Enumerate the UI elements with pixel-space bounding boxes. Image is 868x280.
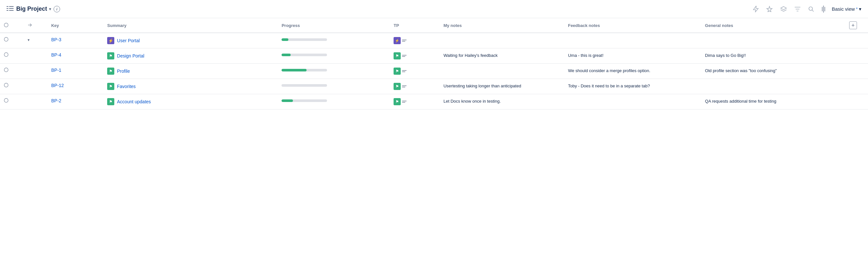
general-text: Dima says to Go Big!! [705,53,746,58]
row-checkbox-icon[interactable] [4,83,8,87]
row-checkbox-icon[interactable] [4,98,8,103]
tp-lines-icon [402,101,407,103]
star-icon-button[interactable] [765,4,774,13]
mynotes-text: Let Docs know once in testing. [443,99,501,104]
row-key-cell: BP-3 [48,33,103,49]
row-key-cell: BP-1 [48,64,103,79]
tp-lines-icon [402,40,407,41]
summary-content: ⚑ Account updates [107,98,274,105]
col-checkbox-header [0,18,24,33]
row-general-cell[interactable] [701,79,838,94]
search-icon-button[interactable] [807,5,815,13]
issue-key-link[interactable]: BP-4 [51,52,61,58]
row-arrow-cell [24,94,48,110]
col-key-header[interactable]: Key [48,18,103,33]
add-column-button[interactable]: + [849,22,857,29]
issue-summary-link[interactable]: User Portal [117,38,140,43]
row-feedback-cell[interactable]: Toby - Does it need to be in a separate … [564,79,701,94]
row-general-cell[interactable]: Old profile section was "too confusing" [701,64,838,79]
row-mynotes-cell[interactable]: Let Docs know once in testing. [440,94,564,110]
row-feedback-cell[interactable]: We should consider a merge profiles opti… [564,64,701,79]
general-text: QA requests additional time for testing [705,99,776,104]
table-row: BP-1 ⚑ Profile ⚑ We should consider a me… [0,64,868,79]
issue-key-link[interactable]: BP-3 [51,37,61,42]
tp-content: ⚑ [394,98,435,105]
tp-lines-icon [402,70,407,72]
issue-key-link[interactable]: BP-2 [51,98,61,103]
tp-type-icon: ⚑ [394,68,401,75]
progress-bar-fill [282,54,291,56]
row-summary-cell: ⚑ Profile [103,64,278,79]
bolt-icon-button[interactable] [751,4,760,13]
tp-type-icon: ⚑ [394,98,401,105]
row-feedback-cell[interactable] [564,94,701,110]
row-arrow-cell [24,79,48,94]
row-key-cell: BP-2 [48,94,103,110]
tp-type-icon: ⚑ [394,83,401,90]
row-extra-cell [838,79,868,94]
row-checkbox-icon[interactable] [4,37,8,41]
general-text: Old profile section was "too confusing" [705,68,777,73]
row-tp-cell: ⚑ [390,79,439,94]
col-add-header[interactable]: + [838,18,868,33]
col-tp-header[interactable]: TP [390,18,439,33]
col-feedback-header[interactable]: Feedback notes [564,18,701,33]
tp-type-icon: ⚡ [394,37,401,44]
svg-rect-3 [9,8,13,9]
issue-summary-link[interactable]: Favorites [117,84,136,89]
view-selector[interactable]: Basic view* ▾ [832,6,862,12]
story-icon: ⚑ [107,52,114,59]
col-mynotes-header[interactable]: My notes [440,18,564,33]
row-summary-cell: ⚡ User Portal [103,33,278,49]
row-key-cell: BP-4 [48,49,103,64]
row-mynotes-cell[interactable] [440,33,564,49]
svg-point-8 [4,37,8,41]
progress-bar-fill [282,99,293,102]
issue-key-link[interactable]: BP-1 [51,68,61,73]
mynotes-text: Usertesting taking longer than anticipat… [443,84,521,88]
issue-key-link[interactable]: BP-12 [51,83,64,88]
row-general-cell[interactable]: Dima says to Go Big!! [701,49,838,64]
col-progress-header[interactable]: Progress [278,18,390,33]
progress-bar [282,99,327,102]
row-checkbox-icon[interactable] [4,68,8,72]
view-label-text: Basic view [832,6,855,12]
row-feedback-cell[interactable]: Uma - this is great! [564,49,701,64]
filter-icon-button[interactable] [793,5,802,13]
row-feedback-cell[interactable] [564,33,701,49]
header-left: Big Project ▾ i [6,5,60,12]
svg-rect-4 [6,10,8,11]
summary-content: ⚑ Profile [107,68,274,75]
tp-content: ⚑ [394,68,435,75]
columns-icon [822,5,825,13]
issue-summary-link[interactable]: Design Portal [117,53,144,59]
row-progress-cell [278,49,390,64]
tp-lines-icon [402,55,407,57]
row-checkbox-icon[interactable] [4,52,8,57]
summary-content: ⚡ User Portal [107,37,274,44]
main-table-container: Key Summary Progress TP My notes Feedbac… [0,18,868,110]
info-icon[interactable]: i [54,6,60,12]
row-general-cell[interactable] [701,33,838,49]
issue-summary-link[interactable]: Account updates [117,99,151,104]
columns-icon-button[interactable] [820,4,827,14]
row-mynotes-cell[interactable] [440,64,564,79]
table-row: BP-4 ⚑ Design Portal ⚑ Waiting for Haile… [0,49,868,64]
story-icon: ⚑ [107,68,114,75]
progress-bar-fill [282,69,307,71]
issue-summary-link[interactable]: Profile [117,68,130,74]
svg-rect-2 [6,8,8,9]
project-title[interactable]: Big Project ▾ [16,5,51,12]
svg-rect-0 [6,6,8,7]
expand-arrow-icon[interactable]: ▾ [28,38,30,42]
row-mynotes-cell[interactable]: Usertesting taking longer than anticipat… [440,79,564,94]
col-summary-header[interactable]: Summary [103,18,278,33]
row-arrow-cell [24,49,48,64]
row-extra-cell [838,64,868,79]
row-summary-cell: ⚑ Account updates [103,94,278,110]
row-mynotes-cell[interactable]: Waiting for Hailey's feedback [440,49,564,64]
col-general-header[interactable]: General notes [701,18,838,33]
row-general-cell[interactable]: QA requests additional time for testing [701,94,838,110]
layers-icon-button[interactable] [779,5,788,13]
progress-bar [282,38,327,41]
